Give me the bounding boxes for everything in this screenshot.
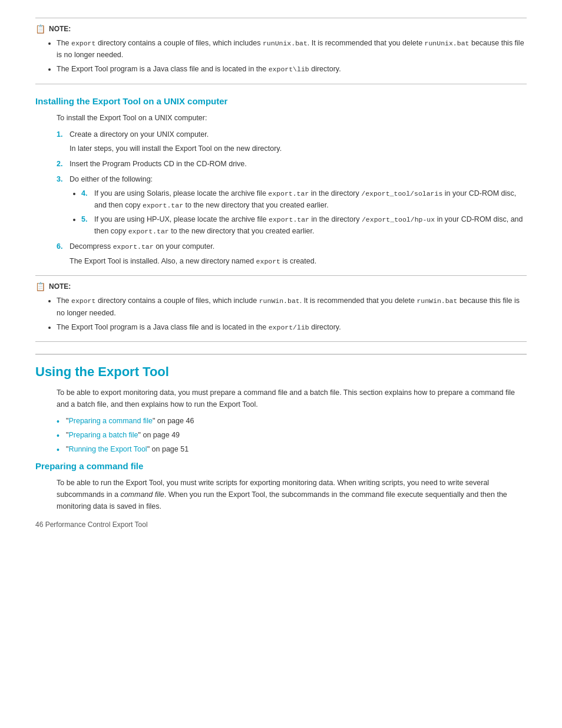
note-list-2: The export directory contains a couple o… xyxy=(57,295,527,333)
unix-step-3-text: Do either of the following: xyxy=(70,175,153,183)
using-intro: To be able to export monitoring data, yo… xyxy=(57,387,527,410)
code-export-tar-4: export.tar xyxy=(128,228,169,235)
code-export-tar-1: export.tar xyxy=(268,190,309,197)
page: 📋 NOTE: The export directory contains a … xyxy=(0,0,562,541)
note-item-2-2: The Export Tool program is a Java class … xyxy=(57,321,527,333)
code-export-dir: export xyxy=(256,258,280,265)
using-heading: Using the Export Tool xyxy=(35,354,527,380)
code-exportlib-1: export\lib xyxy=(269,65,309,73)
preparing-section: Preparing a command file To be able to r… xyxy=(35,461,527,512)
preparing-heading: Preparing a command file xyxy=(35,461,527,471)
unix-heading: Installing the Export Tool on a UNIX com… xyxy=(35,96,527,106)
using-section: Using the Export Tool To be able to expo… xyxy=(35,354,527,455)
note-box-1: 📋 NOTE: The export directory contains a … xyxy=(35,18,527,84)
unix-step-3-bullet-2: If you are using HP-UX, please locate th… xyxy=(81,213,527,238)
code-exportlib-2: export/lib xyxy=(269,324,309,331)
note-item-2-1: The export directory contains a couple o… xyxy=(57,295,527,318)
note-header-1: 📋 NOTE: xyxy=(35,24,527,34)
unix-steps: Create a directory on your UNIX computer… xyxy=(57,129,527,267)
unix-step-2: Insert the Program Products CD in the CD… xyxy=(57,158,527,170)
unix-intro: To install the Export Tool on a UNIX com… xyxy=(57,112,527,124)
note-list-1: The export directory contains a couple o… xyxy=(57,37,527,75)
unix-step-3-bullet-1: If you are using Solaris, please locate … xyxy=(81,187,527,212)
code-export-tar-5: export.tar xyxy=(113,243,154,251)
note-header-2: 📋 NOTE: xyxy=(35,282,527,291)
note-item-1-1: The export directory contains a couple o… xyxy=(57,37,527,61)
unix-step-1-sub: In later steps, you will install the Exp… xyxy=(70,143,527,154)
code-export-tar-3: export.tar xyxy=(269,216,309,223)
unix-step-3: Do either of the following: If you are u… xyxy=(57,173,527,238)
code-export-1: export xyxy=(71,39,95,47)
code-runUnix: runUnix.bat xyxy=(263,39,308,47)
unix-step-4-text: Decompress export.tar on your computer. xyxy=(70,242,214,251)
unix-step-2-text: Insert the Program Products CD in the CD… xyxy=(70,160,247,168)
code-export-tar-2: export.tar xyxy=(143,202,183,209)
unix-step-4-sub: The Export Tool is installed. Also, a ne… xyxy=(70,255,527,267)
unix-step-3-bullets: If you are using Solaris, please locate … xyxy=(81,187,527,238)
unix-step-1-text: Create a directory on your UNIX computer… xyxy=(70,130,209,139)
footer: 46 Performance Control Export Tool xyxy=(35,521,148,529)
note-box-2: 📋 NOTE: The export directory contains a … xyxy=(35,275,527,342)
preparing-italic: command file xyxy=(120,490,164,499)
code-export-2: export xyxy=(71,297,95,305)
note-icon-2: 📋 xyxy=(35,282,45,291)
unix-step-1: Create a directory on your UNIX computer… xyxy=(57,129,527,154)
toc-item-2: "Preparing a batch file" on page 49 xyxy=(57,429,527,441)
footer-text: 46 Performance Control Export Tool xyxy=(35,521,148,529)
toc-link-3[interactable]: Running the Export Tool xyxy=(68,445,147,453)
toc-link-2[interactable]: Preparing a batch file xyxy=(68,431,138,439)
code-runUnix2: runUnix.bat xyxy=(425,39,470,47)
unix-section: Installing the Export Tool on a UNIX com… xyxy=(35,96,527,267)
note-label-1: NOTE: xyxy=(49,25,71,33)
code-solaris-dir: /export_tool/solaris xyxy=(361,190,442,197)
unix-step-4: Decompress export.tar on your computer. … xyxy=(57,241,527,267)
code-hpux-dir: /export_tool/hp-ux xyxy=(362,216,435,223)
code-runWin: runWin.bat xyxy=(259,297,300,305)
note-icon-1: 📋 xyxy=(35,24,45,34)
using-toc: "Preparing a command file" on page 46 "P… xyxy=(57,415,527,455)
note-item-1-2: The Export Tool program is a Java class … xyxy=(57,63,527,75)
preparing-para: To be able to run the Export Tool, you m… xyxy=(57,477,527,512)
note-label-2: NOTE: xyxy=(49,282,71,291)
toc-item-1: "Preparing a command file" on page 46 xyxy=(57,415,527,427)
toc-link-1[interactable]: Preparing a command file xyxy=(68,417,152,425)
toc-item-3: "Running the Export Tool" on page 51 xyxy=(57,443,527,455)
code-runWin2: runWin.bat xyxy=(416,297,457,305)
